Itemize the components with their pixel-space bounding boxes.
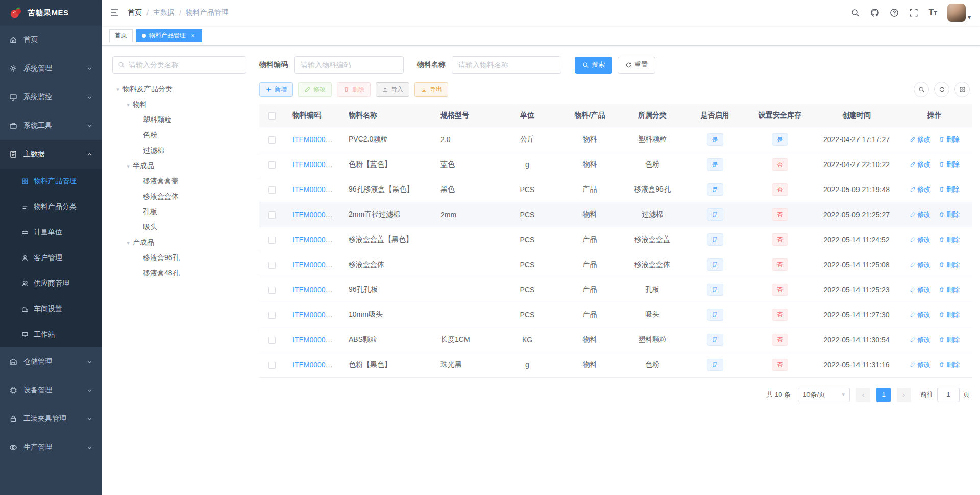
tab-material-product-management[interactable]: 物料产品管理 ×: [136, 29, 202, 42]
toggle-search-button[interactable]: [914, 82, 929, 97]
caret-down-icon[interactable]: ▾: [124, 163, 133, 170]
row-edit-button[interactable]: 修改: [910, 210, 930, 219]
material-code-input[interactable]: [294, 56, 404, 74]
row-edit-button[interactable]: 修改: [910, 185, 930, 194]
sidebar-item-system-management[interactable]: 系统管理: [0, 54, 102, 83]
sidebar-item-system-monitor[interactable]: 系统监控: [0, 83, 102, 111]
item-code-link[interactable]: ITEM00000055: [292, 336, 341, 344]
row-edit-button[interactable]: 修改: [910, 285, 930, 294]
tree-node-leaf[interactable]: 塑料颗粒: [112, 112, 246, 128]
row-checkbox[interactable]: [268, 362, 276, 369]
export-button[interactable]: 导出: [414, 82, 448, 97]
row-delete-button[interactable]: 删除: [939, 235, 960, 244]
goto-page-input[interactable]: [937, 388, 960, 402]
sidebar-item-fixture-management[interactable]: 工装夹具管理: [0, 405, 102, 433]
table-row[interactable]: ITEM00000051 移液盒盒盖【黑色】 PCS 产品 移液盒盒盖 是 否 …: [259, 227, 972, 252]
tree-node-finished[interactable]: ▾产成品: [112, 235, 246, 250]
table-row[interactable]: ITEM00000052 移液盒盒体 PCS 产品 移液盒盒体 是 否 2022…: [259, 252, 972, 277]
item-code-link[interactable]: ITEM00000056: [292, 361, 341, 369]
tree-node-leaf[interactable]: 吸头: [112, 220, 246, 235]
row-delete-button[interactable]: 删除: [939, 185, 960, 194]
row-delete-button[interactable]: 删除: [939, 310, 960, 319]
item-code-link[interactable]: ITEM00000053: [292, 286, 341, 294]
item-code-link[interactable]: ITEM00000049: [292, 210, 341, 219]
sidebar-item-master-data[interactable]: 主数据: [0, 140, 102, 169]
item-code-link[interactable]: ITEM00000037: [292, 135, 341, 144]
import-button[interactable]: 导入: [376, 82, 409, 97]
table-row[interactable]: ITEM00000055 ABS颗粒 长度1CM KG 物料 塑料颗粒 是 否 …: [259, 327, 972, 352]
sidebar-item-customer-management[interactable]: 客户管理: [0, 245, 102, 271]
row-delete-button[interactable]: 删除: [939, 360, 960, 369]
category-search-input[interactable]: [129, 61, 240, 69]
row-delete-button[interactable]: 删除: [939, 160, 960, 169]
row-edit-button[interactable]: 修改: [910, 160, 930, 169]
sidebar-item-system-tools[interactable]: 系统工具: [0, 111, 102, 140]
edit-button[interactable]: 修改: [298, 82, 332, 97]
tree-node-leaf[interactable]: 孔板: [112, 204, 246, 220]
font-size-icon[interactable]: TT: [928, 9, 937, 17]
caret-down-icon[interactable]: ▾: [124, 102, 133, 108]
row-edit-button[interactable]: 修改: [910, 310, 930, 319]
table-row[interactable]: ITEM00000053 96孔孔板 PCS 产品 孔板 是 否 2022-05…: [259, 277, 972, 302]
fullscreen-icon[interactable]: [909, 8, 918, 17]
sidebar-item-measure-unit[interactable]: 计量单位: [0, 220, 102, 245]
column-settings-button[interactable]: [954, 82, 970, 97]
row-edit-button[interactable]: 修改: [910, 360, 930, 369]
table-row[interactable]: ITEM00000049 2mm直径过滤棉 2mm PCS 物料 过滤棉 是 否…: [259, 202, 972, 227]
sidebar-item-material-product-management[interactable]: 物料产品管理: [0, 169, 102, 194]
search-icon[interactable]: [851, 8, 860, 17]
tree-node-leaf[interactable]: 移液盒96孔: [112, 250, 246, 266]
material-name-input[interactable]: [452, 56, 561, 74]
caret-down-icon[interactable]: ▾: [124, 240, 133, 246]
sidebar-toggle-icon[interactable]: [109, 8, 119, 18]
tree-node-leaf[interactable]: 色粉: [112, 128, 246, 143]
row-delete-button[interactable]: 删除: [939, 335, 960, 344]
user-menu[interactable]: ▾: [947, 4, 971, 22]
add-button[interactable]: 新增: [259, 82, 293, 97]
refresh-button[interactable]: [934, 82, 949, 97]
user-avatar[interactable]: [947, 4, 966, 22]
tree-node-leaf[interactable]: 过滤棉: [112, 143, 246, 158]
row-checkbox[interactable]: [268, 337, 276, 344]
tree-node-leaf[interactable]: 移液盒盒体: [112, 189, 246, 204]
page-size-select[interactable]: 10条/页 ▾: [798, 388, 850, 402]
row-checkbox[interactable]: [268, 186, 276, 194]
reset-button[interactable]: 重置: [618, 57, 655, 74]
table-row[interactable]: ITEM00000054 10mm吸头 PCS 产品 吸头 是 否 2022-0…: [259, 302, 972, 327]
sidebar-item-workstation[interactable]: 工作站: [0, 322, 102, 347]
help-icon[interactable]: [890, 8, 899, 17]
row-edit-button[interactable]: 修改: [910, 260, 930, 269]
caret-down-icon[interactable]: ▾: [113, 86, 122, 93]
table-row[interactable]: ITEM00000046 96孔移液盒【黑色】 黑色 PCS 产品 移液盒96孔…: [259, 177, 972, 202]
github-icon[interactable]: [870, 8, 879, 17]
sidebar-item-material-product-category[interactable]: 物料产品分类: [0, 194, 102, 220]
row-delete-button[interactable]: 删除: [939, 285, 960, 294]
sidebar-item-warehouse-management[interactable]: 仓储管理: [0, 347, 102, 376]
table-row[interactable]: ITEM00000041 色粉【蓝色】 蓝色 g 物料 色粉 是 否 2022-…: [259, 152, 972, 177]
close-icon[interactable]: ×: [189, 32, 197, 39]
sidebar-item-equipment-management[interactable]: 设备管理: [0, 376, 102, 405]
sidebar-item-supplier-management[interactable]: 供应商管理: [0, 271, 102, 296]
tree-node-leaf[interactable]: 移液盒盒盖: [112, 174, 246, 189]
row-delete-button[interactable]: 删除: [939, 260, 960, 269]
select-all-checkbox[interactable]: [268, 112, 276, 120]
tree-node-semi-finished[interactable]: ▾半成品: [112, 158, 246, 174]
row-edit-button[interactable]: 修改: [910, 235, 930, 244]
delete-button[interactable]: 删除: [337, 82, 371, 97]
row-checkbox[interactable]: [268, 161, 276, 169]
page-number-button[interactable]: 1: [876, 388, 891, 402]
prev-page-button[interactable]: ‹: [856, 388, 870, 402]
tree-node-material[interactable]: ▾物料: [112, 97, 246, 112]
row-checkbox[interactable]: [268, 237, 276, 244]
item-code-link[interactable]: ITEM00000046: [292, 185, 341, 194]
item-code-link[interactable]: ITEM00000052: [292, 261, 341, 269]
sidebar-item-workshop-settings[interactable]: 车间设置: [0, 296, 102, 322]
search-button[interactable]: 搜索: [575, 57, 612, 74]
app-logo[interactable]: 苦糖果MES: [0, 0, 102, 26]
tab-home[interactable]: 首页: [109, 29, 133, 42]
row-checkbox[interactable]: [268, 312, 276, 319]
row-checkbox[interactable]: [268, 136, 276, 144]
sidebar-item-production-management[interactable]: 生产管理: [0, 433, 102, 462]
table-row[interactable]: ITEM00000037 PVC2.0颗粒 2.0 公斤 物料 塑料颗粒 是 是…: [259, 127, 972, 152]
next-page-button[interactable]: ›: [897, 388, 911, 402]
